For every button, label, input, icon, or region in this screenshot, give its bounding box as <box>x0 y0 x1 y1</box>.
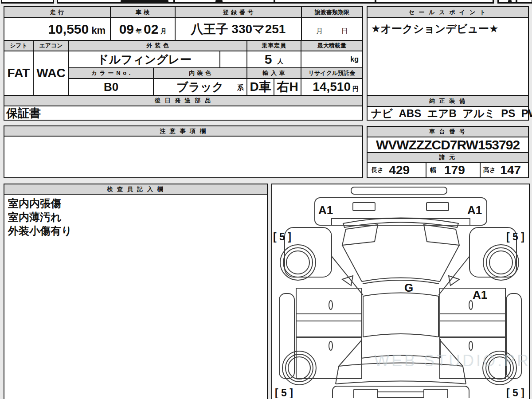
wiper-zone-left <box>342 225 378 245</box>
color-no-header: カ ラ ー N o . <box>68 67 154 79</box>
tire-front-left-icon <box>280 245 316 280</box>
length-value: 429 <box>389 163 410 177</box>
height-cell: 高さ 147 <box>480 162 529 178</box>
sales-point-value: ★オークションデビュー★ <box>371 22 499 36</box>
later-parts-value-cell: 保証書 <box>4 106 363 121</box>
aircon-value-cell: WAC <box>33 51 69 96</box>
mark-tire-rear-left: [ 5 ] <box>275 387 293 398</box>
roof-front-arc <box>362 278 440 282</box>
inspection-header: 車 検 <box>110 6 176 18</box>
inspection-year: 09 <box>119 22 134 37</box>
deadline-day-label: 日 <box>341 27 348 35</box>
mileage-unit: km <box>91 25 106 36</box>
color-no-value: B0 <box>104 80 118 94</box>
cutoff-row-cell <box>516 0 532 4</box>
cutoff-row-cell <box>1 0 54 4</box>
width-label: 幅 <box>430 166 436 174</box>
later-parts-header: 後 日 発 送 部 品 <box>4 95 363 106</box>
capacity-value-cell: 5 人 <box>246 51 301 68</box>
capacity-value: 5 <box>265 52 272 67</box>
rear-lamp-right <box>424 389 448 398</box>
mark-g: G <box>404 281 413 294</box>
cowl-band <box>343 218 458 228</box>
genuine-equipment-header: 純 正 装 備 <box>367 95 529 107</box>
max-load-value-cell: kg <box>301 51 363 68</box>
registration-value-cell: 八王子 330マ251 <box>175 17 302 41</box>
genuine-equipment-value: ナビ ABS エアB アルミ PS PW <box>371 106 532 121</box>
recycle-deposit-value: 14,510 <box>313 80 351 94</box>
mark-a1-front-right: A1 <box>467 203 482 217</box>
width-cell: 幅 179 <box>426 162 481 178</box>
import-car-header: 輸 入 車 <box>246 67 301 79</box>
inspection-header-label: 車 検 <box>136 8 150 16</box>
width-value: 179 <box>444 163 465 177</box>
later-parts-header-label: 後 日 発 送 部 品 <box>155 97 212 105</box>
recycle-deposit-unit: 円 <box>352 85 359 93</box>
max-load-header: 最大積載量 <box>301 40 363 51</box>
mark-tire-front-right: [ 5 ] <box>506 231 524 243</box>
seat-arc-top <box>363 293 438 297</box>
cutoff-row-cell <box>375 0 494 4</box>
genuine-equipment-value-cell: ナビ ABS エアB アルミ PS PW <box>367 106 529 121</box>
door-handle-rear-right <box>469 341 473 350</box>
height-label: 高さ <box>483 166 496 174</box>
inspection-month: 02 <box>144 22 158 37</box>
notes-header: 注 意 事 項 欄 <box>4 125 363 137</box>
import-type-cell: D車 <box>246 78 274 96</box>
headlight-right <box>426 203 449 211</box>
wiper-zone-right <box>424 225 459 245</box>
handle-cell: 右H <box>274 78 301 96</box>
rear-lamp-left <box>354 389 378 398</box>
exterior-color-value-cell: ドルフィングレー <box>68 51 220 68</box>
mark-a1-door: A1 <box>473 288 487 301</box>
exterior-color-header: 外 装 色 <box>68 40 247 51</box>
door-handle-front-right <box>469 301 473 309</box>
handle-value: 右H <box>277 78 298 95</box>
inspection-year-unit: 年 <box>136 27 142 35</box>
color-no-value-cell: B0 <box>68 78 154 96</box>
inspector-note-line: 外装小傷有り <box>8 224 72 238</box>
later-parts-value: 保証書 <box>6 106 41 121</box>
interior-color-value-cell: ブラック 系 <box>153 78 247 96</box>
color-no-header-label: カ ラ ー N o . <box>91 69 131 77</box>
aircon-value: WAC <box>36 66 65 80</box>
registration-header-label: 登 録 番 号 <box>223 8 254 16</box>
chassis-header-label: 車 台 番 号 <box>429 128 466 136</box>
exterior-color-extra-cell <box>219 51 247 68</box>
capacity-header-label: 乗車定員 <box>262 42 286 50</box>
tire-front-right-icon <box>483 245 519 280</box>
seat-arc-bottom <box>363 334 438 337</box>
capacity-header: 乗車定員 <box>246 40 301 51</box>
max-load-unit: kg <box>350 55 359 63</box>
notes-content <box>4 136 363 178</box>
interior-color-suffix: 系 <box>237 84 244 92</box>
rear-bumper-bar <box>378 392 424 398</box>
registration-value: 八王子 330マ251 <box>191 21 286 38</box>
chassis-header: 車 台 番 号 <box>367 126 529 137</box>
import-car-header-label: 輸 入 車 <box>262 69 285 77</box>
specs-header-label: 諸 元 <box>439 153 457 161</box>
length-cell: 長さ 429 <box>367 162 426 178</box>
c-pillar-left <box>336 340 361 384</box>
sales-point-content: ★オークションデビュー★ <box>367 17 529 96</box>
front-panel <box>315 198 487 225</box>
cutoff-text-fragment <box>121 0 168 3</box>
mark-a1-front-left: A1 <box>318 203 333 217</box>
door-molding-left <box>296 314 362 321</box>
inspector-notes: 室内内張傷 室内薄汚れ 外装小傷有り <box>4 195 76 239</box>
inspector-header-label: 検 査 員 記 入 欄 <box>107 185 164 193</box>
aircon-header-label: エアコン <box>39 42 63 50</box>
exterior-color-header-label: 外 装 色 <box>146 42 169 50</box>
transfer-deadline-header: 譲渡書類期限 <box>301 6 363 18</box>
cutoff-row-cell <box>497 0 517 4</box>
door-handle-rear-left <box>329 341 332 350</box>
height-value: 147 <box>500 163 521 177</box>
car-diagram: WEB STUDIO.PRO A1 A1 G A1 [ 5 ] [ 5 ] [ … <box>272 184 529 398</box>
inspector-content: 室内内張傷 室内薄汚れ 外装小傷有り <box>4 194 268 399</box>
interior-color-header: 内 装 色 <box>153 67 247 79</box>
inspector-header: 検 査 員 記 入 欄 <box>4 184 268 195</box>
registration-header: 登 録 番 号 <box>175 6 302 18</box>
transfer-deadline-header-label: 譲渡書類期限 <box>315 8 349 16</box>
notes-header-label: 注 意 事 項 欄 <box>160 127 207 135</box>
mark-tire-front-left: [ 5 ] <box>273 231 291 243</box>
